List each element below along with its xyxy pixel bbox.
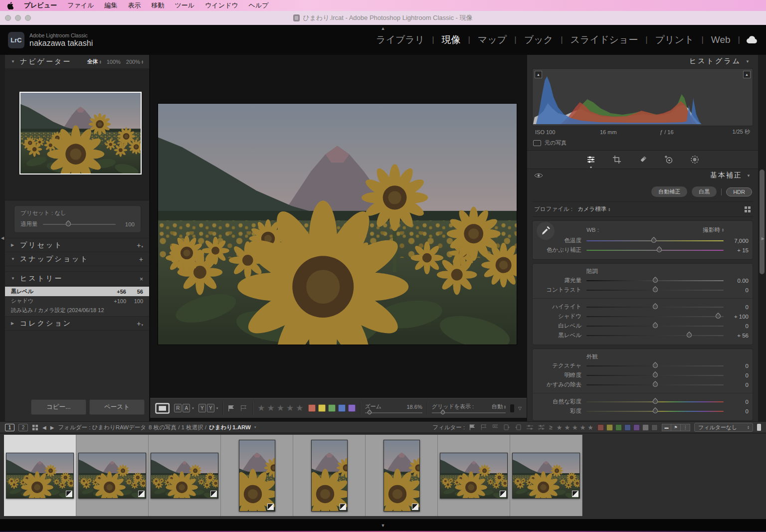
- main-photo[interactable]: [158, 104, 517, 345]
- slider-track[interactable]: [586, 307, 724, 308]
- history-section-header[interactable]: ヒストリー: [5, 272, 149, 286]
- slider-thumb[interactable]: [440, 409, 445, 415]
- filmstrip-cell[interactable]: [438, 435, 510, 516]
- add-preset-button[interactable]: [137, 241, 143, 249]
- minimize-window-icon[interactable]: [15, 15, 21, 21]
- module-tab[interactable]: ブック: [524, 33, 553, 46]
- color-label-chip[interactable]: [615, 424, 622, 431]
- filter-pick-flag-icon[interactable]: [469, 424, 476, 431]
- before-after-right-button[interactable]: A: [183, 404, 190, 412]
- history-step[interactable]: 読み込み / カメラ設定 (2024/06/18 12:51:36): [5, 306, 149, 315]
- apple-logo-icon[interactable]: [7, 2, 14, 9]
- slider-thumb[interactable]: [65, 220, 72, 227]
- basic-panel-header[interactable]: 基本補正: [527, 169, 758, 182]
- slider-row[interactable]: 色温度7,000: [537, 236, 749, 245]
- dropdown-caret-icon[interactable]: [192, 406, 194, 410]
- slider-track[interactable]: [586, 326, 724, 327]
- slider-track[interactable]: [586, 401, 724, 402]
- panel-toggle-eye-icon[interactable]: [534, 173, 543, 178]
- histogram-header[interactable]: ヒストグラム: [527, 55, 758, 68]
- slider-track[interactable]: [586, 240, 724, 241]
- zoom-window-icon[interactable]: [25, 15, 31, 21]
- collapse-left-panel-icon[interactable]: [1, 236, 4, 240]
- slider-row[interactable]: 黒レベル+ 56: [537, 331, 749, 340]
- dropdown-caret-icon[interactable]: [216, 406, 218, 410]
- wb-eyedropper-icon[interactable]: [537, 222, 555, 240]
- slider-row[interactable]: テクスチャ0: [537, 361, 749, 370]
- clear-history-button[interactable]: [140, 275, 143, 283]
- before-after-top-button[interactable]: Y: [198, 404, 206, 412]
- photo-thumbnail[interactable]: [151, 453, 218, 499]
- filmstrip-cell[interactable]: [4, 435, 76, 516]
- highlight-clipping-icon[interactable]: [743, 71, 751, 78]
- before-after-left-button[interactable]: R: [174, 404, 182, 412]
- slider-thumb[interactable]: [651, 303, 658, 310]
- slider-track[interactable]: [586, 384, 724, 385]
- collapse-triangle-icon[interactable]: [11, 59, 15, 64]
- paste-button[interactable]: ペースト: [89, 399, 145, 415]
- slider-row[interactable]: コントラスト0: [537, 285, 749, 295]
- menu-item[interactable]: プレビュー: [24, 1, 57, 10]
- main-window-button[interactable]: 1: [5, 424, 14, 431]
- slider-row[interactable]: 明瞭度0: [537, 370, 749, 380]
- color-label-chip[interactable]: [328, 404, 336, 412]
- module-tab[interactable]: プリント: [655, 33, 694, 46]
- module-tab[interactable]: 現像: [442, 33, 461, 46]
- star-icon[interactable]: ★: [564, 424, 570, 431]
- slider-thumb[interactable]: [651, 361, 658, 368]
- scrollbar-thumb[interactable]: [760, 170, 765, 274]
- filter-more-toggle[interactable]: ⋮: [681, 424, 690, 431]
- photo-thumbnail[interactable]: [78, 453, 146, 499]
- filter-reject-flag-icon[interactable]: [492, 424, 499, 431]
- slider-row[interactable]: 白レベル0: [537, 321, 749, 331]
- history-step[interactable]: シャドウ +100 100: [5, 296, 149, 306]
- photo-thumbnail[interactable]: [383, 440, 420, 512]
- slider-track[interactable]: [586, 375, 724, 376]
- photo-thumbnail[interactable]: [440, 453, 508, 499]
- before-after-bottom-button[interactable]: Y: [207, 404, 214, 412]
- loupe-view-icon[interactable]: [155, 403, 170, 414]
- filmstrip-cell[interactable]: [149, 435, 221, 516]
- module-tab[interactable]: スライドショー: [571, 33, 638, 46]
- history-step[interactable]: 黒レベル +56 56: [5, 287, 149, 296]
- window-titlebar[interactable]: ひまわり.lrcat - Adobe Photoshop Lightroom C…: [0, 11, 766, 25]
- menu-item[interactable]: ウインドウ: [205, 1, 238, 10]
- collapse-right-panel-icon[interactable]: [762, 236, 765, 240]
- slider-thumb[interactable]: [651, 380, 658, 387]
- star-icon[interactable]: ★: [296, 404, 303, 412]
- collapse-triangle-icon[interactable]: [11, 243, 15, 247]
- slider-track[interactable]: [586, 316, 724, 317]
- photo-thumbnail[interactable]: [239, 440, 275, 512]
- slider-track[interactable]: [586, 280, 724, 281]
- slider-thumb[interactable]: [651, 322, 658, 329]
- cloud-sync-icon[interactable]: [746, 36, 758, 44]
- slider-thumb[interactable]: [651, 407, 658, 414]
- star-icon[interactable]: ★: [286, 404, 294, 412]
- color-label-chip[interactable]: [597, 424, 604, 431]
- collapse-triangle-icon[interactable]: [11, 321, 15, 326]
- star-icon[interactable]: ★: [267, 404, 275, 412]
- star-icon[interactable]: ★: [257, 404, 265, 412]
- histogram[interactable]: [532, 68, 753, 126]
- filter-master-copy-icon[interactable]: [503, 424, 511, 431]
- filmstrip-breadcrumb[interactable]: フォルダー : ひまわりRAWデータ 8 枚の写真 / 1 枚選択 / ひまわり…: [58, 424, 256, 431]
- slider-row[interactable]: ハイライト0: [537, 302, 749, 312]
- filter-switch[interactable]: [757, 424, 761, 431]
- navigator-zoom-100[interactable]: 100%: [107, 59, 121, 65]
- previous-photo-icon[interactable]: [42, 425, 46, 430]
- slider-row[interactable]: 彩度0: [537, 406, 749, 416]
- zoom-slider[interactable]: [365, 412, 422, 413]
- masking-icon[interactable]: [690, 155, 700, 165]
- crop-icon[interactable]: [612, 155, 622, 165]
- slider-thumb[interactable]: [651, 286, 658, 293]
- menu-item[interactable]: ファイル: [67, 1, 94, 10]
- slider-thumb[interactable]: [650, 236, 657, 243]
- bw-button[interactable]: 白黒: [692, 186, 717, 197]
- collapse-triangle-icon[interactable]: [747, 174, 751, 178]
- slider-thumb[interactable]: [651, 371, 658, 378]
- navigator-fit-option[interactable]: 全体: [87, 58, 101, 65]
- slider-track[interactable]: [586, 411, 724, 412]
- color-label-chip[interactable]: [651, 424, 658, 431]
- menu-item[interactable]: 表示: [128, 1, 141, 10]
- module-tab[interactable]: ライブラリ: [376, 33, 424, 46]
